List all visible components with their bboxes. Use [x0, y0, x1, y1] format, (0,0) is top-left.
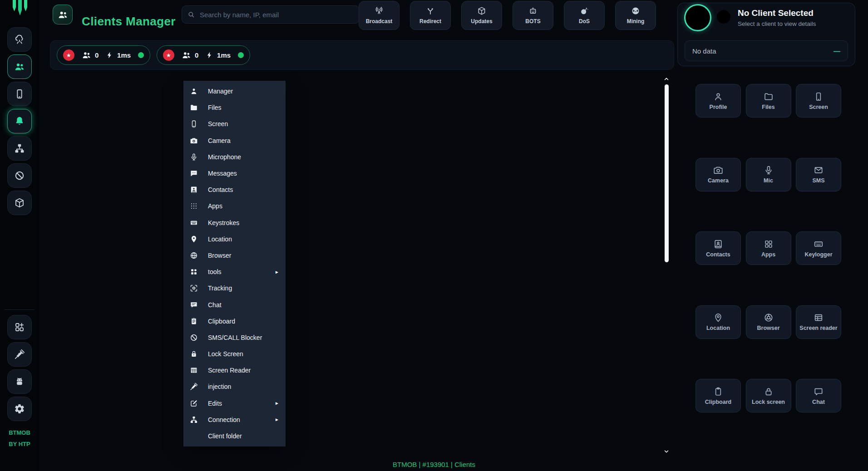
- chat-button[interactable]: Chat: [796, 379, 841, 412]
- redirect-icon: [426, 6, 435, 15]
- menu-item-connection[interactable]: Connection►: [183, 412, 286, 428]
- grid-button-label: Contacts: [706, 251, 730, 258]
- menu-item-lock-screen[interactable]: Lock Screen: [183, 346, 286, 362]
- menu-item-client-folder[interactable]: Client folder: [183, 428, 286, 444]
- server-status-pill-2[interactable]: ★01ms: [157, 45, 250, 65]
- menu-item-manager[interactable]: Manager: [183, 83, 286, 99]
- sidebar-item-clients[interactable]: [7, 54, 32, 79]
- lock-outline-icon: [764, 387, 774, 397]
- screen-reader-button[interactable]: Screen reader: [796, 305, 841, 339]
- app-icon-tile: [53, 5, 73, 25]
- grid-button-label: Location: [706, 325, 730, 331]
- menu-item-screen-reader[interactable]: Screen Reader: [183, 362, 286, 378]
- menu-item-location[interactable]: Location: [183, 231, 286, 247]
- search-box[interactable]: [182, 5, 360, 24]
- menu-item-label: Screen: [208, 120, 228, 128]
- bomb-icon: [580, 6, 589, 15]
- scrollbar-thumb[interactable]: [665, 84, 669, 262]
- users-icon: [58, 10, 68, 20]
- sidebar-item-blocked[interactable]: [7, 163, 32, 188]
- keyboard-icon: [190, 219, 198, 227]
- envelope-icon: [814, 165, 824, 175]
- menu-item-keystrokes[interactable]: Keystrokes: [183, 215, 286, 231]
- menu-item-label: Lock Screen: [208, 350, 243, 358]
- submenu-arrow-icon: ►: [275, 401, 279, 406]
- client-actions-grid: ProfileFilesScreenCameraMicSMSContactsAp…: [695, 84, 845, 415]
- no-data-label: No data: [692, 47, 716, 55]
- mining-button[interactable]: Mining: [615, 1, 656, 30]
- sidebar-item-settings[interactable]: [7, 397, 32, 421]
- latency-value: 1ms: [217, 51, 231, 59]
- ban-icon: [14, 170, 25, 181]
- server-status-pill-1[interactable]: ★01ms: [57, 45, 150, 65]
- menu-item-sms-call-blocker[interactable]: SMS/CALL Blocker: [183, 329, 286, 346]
- bots-button[interactable]: BOTS: [513, 1, 553, 30]
- sidebar-item-android[interactable]: [7, 369, 32, 394]
- sidebar-item-injection[interactable]: [7, 342, 32, 367]
- sidebar-item-apps[interactable]: [7, 315, 32, 339]
- menu-item-clipboard[interactable]: Clipboard: [183, 313, 286, 329]
- lock-screen-button[interactable]: Lock screen: [746, 379, 791, 412]
- menu-item-screen[interactable]: Screen: [183, 116, 286, 132]
- table-icon: [190, 366, 198, 374]
- menu-item-camera[interactable]: Camera: [183, 132, 286, 149]
- tools-icon: [190, 268, 198, 276]
- grid-button-label: Browser: [757, 325, 779, 331]
- keylogger-button[interactable]: Keylogger: [796, 231, 841, 265]
- menu-item-browser[interactable]: Browser: [183, 247, 286, 264]
- sidebar-item-builds[interactable]: [7, 191, 32, 215]
- camera-button[interactable]: Camera: [695, 158, 741, 191]
- menu-item-chat[interactable]: Chat: [183, 296, 286, 313]
- menu-item-label: Client folder: [208, 432, 242, 440]
- grid-button-label: Lock screen: [752, 399, 785, 405]
- broadcast-button[interactable]: Broadcast: [359, 1, 399, 30]
- minus-icon: —: [833, 47, 840, 55]
- menu-item-tools[interactable]: tools►: [183, 264, 286, 280]
- apps-button[interactable]: Apps: [746, 231, 791, 265]
- chevron-down-icon[interactable]: [662, 448, 671, 455]
- profile-button[interactable]: Profile: [695, 84, 741, 118]
- menu-item-label: Files: [208, 104, 222, 111]
- users-icon: [14, 61, 25, 72]
- pin-outline-icon: [713, 313, 723, 323]
- contact-card-icon: [190, 186, 198, 194]
- grid-button-label: SMS: [812, 177, 824, 184]
- menu-item-injection[interactable]: injection: [183, 378, 286, 395]
- menu-item-label: injection: [208, 383, 231, 390]
- sidebar-item-cloud[interactable]: [7, 27, 32, 52]
- client-details-card: No Client Selected Select a client to vi…: [677, 3, 855, 66]
- menu-item-files[interactable]: Files: [183, 99, 286, 116]
- chevron-up-icon[interactable]: [662, 76, 671, 82]
- menu-item-tracking[interactable]: Tracking: [183, 280, 286, 296]
- menu-item-messages[interactable]: Messages: [183, 165, 286, 182]
- sidebar-item-connections[interactable]: [7, 136, 32, 161]
- redirect-button[interactable]: Redirect: [410, 1, 451, 30]
- sidebar-item-devices[interactable]: [7, 82, 32, 106]
- files-button[interactable]: Files: [746, 84, 791, 118]
- camera-outline-icon: [713, 165, 723, 175]
- search-input[interactable]: [199, 10, 354, 19]
- screen-button[interactable]: Screen: [796, 84, 841, 118]
- updates-button[interactable]: Updates: [461, 1, 502, 30]
- clipboard-button[interactable]: Clipboard: [695, 379, 741, 412]
- mic-icon: [764, 165, 774, 175]
- dots-grid-icon: [190, 202, 198, 210]
- menu-item-apps[interactable]: Apps: [183, 198, 286, 214]
- location-button[interactable]: Location: [695, 305, 741, 339]
- sms-button[interactable]: SMS: [796, 158, 841, 191]
- menu-item-microphone[interactable]: Microphone: [183, 149, 286, 165]
- robot-icon: [528, 6, 538, 15]
- menu-item-label: Connection: [208, 416, 240, 423]
- page-title: Clients Manager: [82, 15, 176, 29]
- mic-button[interactable]: Mic: [746, 158, 791, 191]
- contacts-button[interactable]: Contacts: [695, 231, 741, 265]
- menu-item-contacts[interactable]: Contacts: [183, 182, 286, 198]
- monero-icon: [631, 6, 640, 15]
- sidebar-item-notifications[interactable]: [7, 109, 32, 133]
- menu-item-edits[interactable]: Edits►: [183, 395, 286, 412]
- browser-button[interactable]: Browser: [746, 305, 791, 339]
- grid-plus-icon: [14, 322, 25, 333]
- dos-button[interactable]: DoS: [564, 1, 605, 30]
- online-dot-icon: [238, 52, 244, 58]
- menu-item-label: Edits: [208, 400, 222, 407]
